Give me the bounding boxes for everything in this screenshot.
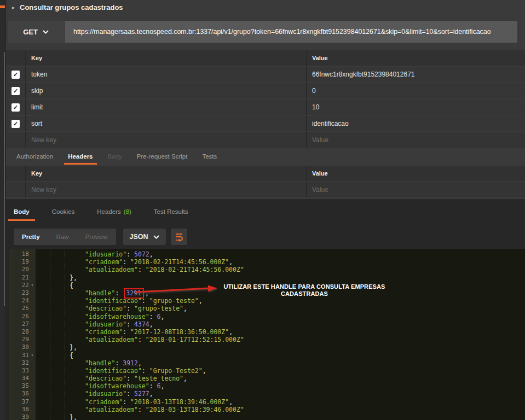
method-selector[interactable]: GET [8,21,65,43]
request-tab-headers[interactable]: Headers [68,148,93,165]
code-line: 36"idusuario": 5277, [10,390,525,398]
param-value-cell[interactable]: 0 [307,83,525,98]
code-token: "grupo-teste" [149,297,199,305]
param-value-cell[interactable]: identificacao [307,116,525,131]
code-token: : [123,398,130,406]
new-header-row: New key Value [6,182,525,197]
code-line: 34"descricao": "teste tecno", [10,375,525,382]
param-checkbox-cell: ✓ [6,67,26,82]
code-line: 31▾{ [10,351,525,359]
checkbox-checked-icon[interactable]: ✓ [11,71,20,79]
line-number: 22 [10,282,29,289]
request-tab-body[interactable]: Body [108,148,122,165]
code-token: "2018-02-21T14:45:56.000Z" [146,266,244,273]
new-param-value-input[interactable]: Value [307,132,525,148]
code-token: , [183,305,187,312]
param-value-cell[interactable]: 10 [307,100,525,115]
param-key-cell[interactable]: limit [26,100,307,115]
checkbox-checked-icon[interactable]: ✓ [11,120,20,128]
headers-key-header: Key [26,166,307,181]
line-number: 34 [10,375,29,382]
code-line: 30}, [10,343,525,351]
code-token: "idusuario" [85,250,126,258]
response-tab-body[interactable]: Body [14,202,30,221]
response-tab-headers[interactable]: Headers(8) [97,202,131,221]
param-row: ✓sortidentificacao [6,116,525,131]
collapse-toggle-icon[interactable]: ▾ [29,352,36,359]
code-token: "2018-01-17T12:52:15.000Z" [146,336,244,343]
line-number: 35 [10,382,29,390]
code-token: : [126,320,134,328]
checkbox-checked-icon[interactable]: ✓ [11,87,20,95]
view-toggle-group: PrettyRawPreview [14,229,116,245]
app-window: ▸ Consultar grupos cadastrados GET Key V… [0,0,525,420]
view-toggle-pretty[interactable]: Pretty [14,229,48,245]
code-token: "idsoftwarehouse" [85,382,149,390]
page-title: Consultar grupos cadastrados [20,3,123,11]
param-key-cell[interactable]: sort [26,116,307,131]
new-param-key-input[interactable]: New key [26,132,307,148]
code-token: "idusuario" [85,320,126,328]
param-checkbox-cell: ✓ [6,100,26,115]
request-tab-pre-request-script[interactable]: Pre-request Script [137,148,188,165]
url-bar: GET [8,21,517,43]
response-tab-test-results[interactable]: Test Results [154,202,188,221]
annotation-arrow [135,284,218,295]
wrap-text-button[interactable] [171,229,187,245]
params-key-header: Key [26,50,307,66]
code-token: "handle" [85,359,115,367]
code-line-text: { [36,352,73,359]
param-value-text: 10 [312,103,319,111]
params-table: Key Value ✓token66fnwc1r8xngkfbt91523984… [6,50,525,148]
new-header-value-input[interactable]: Value [307,182,525,197]
line-number: 26 [10,313,29,320]
code-token: "2017-12-08T18:36:50.000Z" [130,328,229,336]
code-token: 6 [157,313,161,320]
headers-header-row: Key Value [6,166,525,181]
url-input[interactable] [65,21,517,43]
code-line: 35"idsoftwarehouse": 6, [10,382,525,390]
format-dropdown[interactable]: JSON [123,229,166,245]
code-viewer: 18"idusuario": 5072,19"criadoem": "2018-… [10,249,525,420]
code-token: "criadoem" [85,398,123,406]
code-line: 33"identificacao": "Grupo-Teste2", [10,367,525,375]
request-tab-authorization[interactable]: Authorization [16,148,53,165]
code-token: : [138,336,146,343]
code-token: : [126,375,134,382]
code-token: : [142,297,149,305]
request-tab-tests[interactable]: Tests [202,148,217,165]
param-key-text: sort [31,120,42,127]
param-key-cell[interactable]: skip [26,83,307,98]
response-tab-cookies[interactable]: Cookies [52,202,75,221]
code-token: "2018-02-21T14:45:56.000Z" [130,258,229,266]
headers-value-header: Value [307,166,525,181]
param-value-cell[interactable]: 66fnwc1r8xngkfbt91523984012671 [307,67,525,82]
view-toggle-raw[interactable]: Raw [48,229,77,245]
sidebar-active-indicator [0,5,5,8]
code-token: 3912 [123,359,138,367]
new-param-checkbox-cell [6,132,26,148]
code-line-text: "idsoftwarehouse": 6, [36,382,164,390]
wrap-text-icon [174,232,184,242]
code-token: "atualizadoem" [85,406,138,413]
checkbox-checked-icon[interactable]: ✓ [11,103,20,112]
param-key-cell[interactable]: token [26,67,307,82]
line-number: 25 [10,305,29,312]
code-token: "atualizadoem" [85,266,138,273]
new-header-key-input[interactable]: New key [26,182,307,197]
view-toggle-preview[interactable]: Preview [77,229,116,245]
collapse-toggle-icon[interactable]: ▾ [29,282,36,289]
code-token: : [126,390,134,398]
collapse-arrow-icon[interactable]: ▸ [12,4,15,10]
new-param-row: New key Value [6,132,525,148]
response-toolbar: PrettyRawPreview JSON [14,229,187,245]
code-token: "criadoem" [85,258,123,266]
headers-header-checkbox-cell [6,166,26,181]
headers-table: Key Value New key Value [6,166,525,197]
line-number: 24 [10,297,29,305]
left-scrollbar[interactable] [4,52,5,306]
line-number: 18 [10,250,29,258]
line-number: 21 [10,274,29,282]
response-headers-count-badge: (8) [124,208,131,215]
code-token: "handle" [85,289,115,297]
